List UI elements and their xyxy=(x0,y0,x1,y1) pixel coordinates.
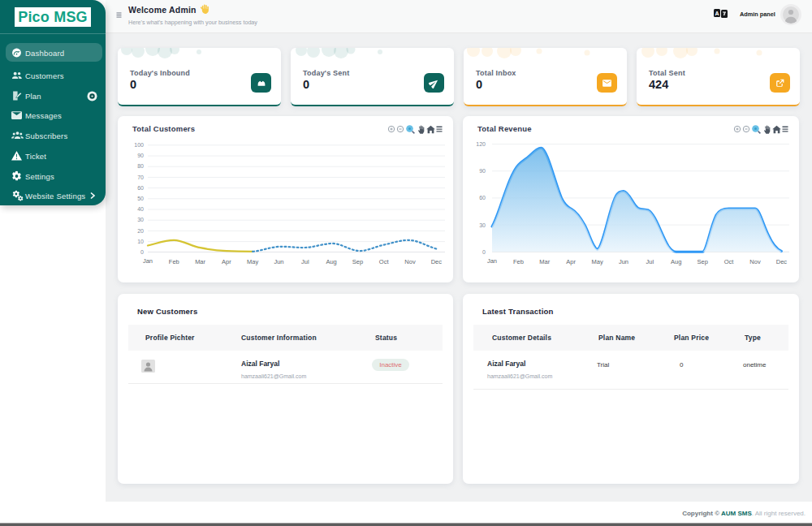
svg-text:Nov: Nov xyxy=(404,258,416,265)
svg-text:90: 90 xyxy=(137,153,144,158)
svg-text:60: 60 xyxy=(479,195,486,200)
svg-text:Dec: Dec xyxy=(776,258,788,265)
svg-text:May: May xyxy=(247,258,258,265)
svg-text:Jul: Jul xyxy=(646,258,654,265)
svg-text:0: 0 xyxy=(140,249,144,255)
svg-text:120: 120 xyxy=(476,141,486,147)
svg-text:Feb: Feb xyxy=(513,258,524,265)
svg-text:60: 60 xyxy=(137,185,144,191)
svg-text:80: 80 xyxy=(137,163,144,169)
svg-text:Jun: Jun xyxy=(619,258,628,265)
svg-text:Oct: Oct xyxy=(724,258,735,265)
svg-text:0: 0 xyxy=(482,249,486,255)
svg-text:A: A xyxy=(715,11,719,16)
svg-text:Aug: Aug xyxy=(326,258,336,265)
svg-text:Feb: Feb xyxy=(169,258,179,265)
svg-text:Mar: Mar xyxy=(539,258,550,265)
svg-text:10: 10 xyxy=(137,239,144,244)
svg-text:Jan: Jan xyxy=(487,257,497,265)
svg-text:Sep: Sep xyxy=(352,258,363,265)
svg-text:30: 30 xyxy=(137,217,144,222)
svg-text:50: 50 xyxy=(137,196,144,201)
svg-text:100: 100 xyxy=(134,142,144,148)
svg-text:Jun: Jun xyxy=(274,258,283,265)
svg-text:Jan: Jan xyxy=(143,257,153,265)
svg-text:Aug: Aug xyxy=(671,258,681,265)
svg-text:Oct: Oct xyxy=(379,258,390,265)
svg-text:May: May xyxy=(592,258,603,265)
svg-text:Apr: Apr xyxy=(566,258,576,265)
svg-text:20: 20 xyxy=(137,228,144,234)
svg-text:Sep: Sep xyxy=(698,258,708,265)
svg-text:Mar: Mar xyxy=(195,258,205,265)
svg-text:90: 90 xyxy=(479,168,486,174)
svg-text:Nov: Nov xyxy=(749,258,761,265)
svg-text:40: 40 xyxy=(137,206,144,212)
svg-text:30: 30 xyxy=(479,222,486,228)
svg-text:Dec: Dec xyxy=(431,258,443,265)
svg-text:Jul: Jul xyxy=(301,258,309,265)
svg-text:70: 70 xyxy=(137,175,144,180)
svg-text:Apr: Apr xyxy=(222,258,231,265)
